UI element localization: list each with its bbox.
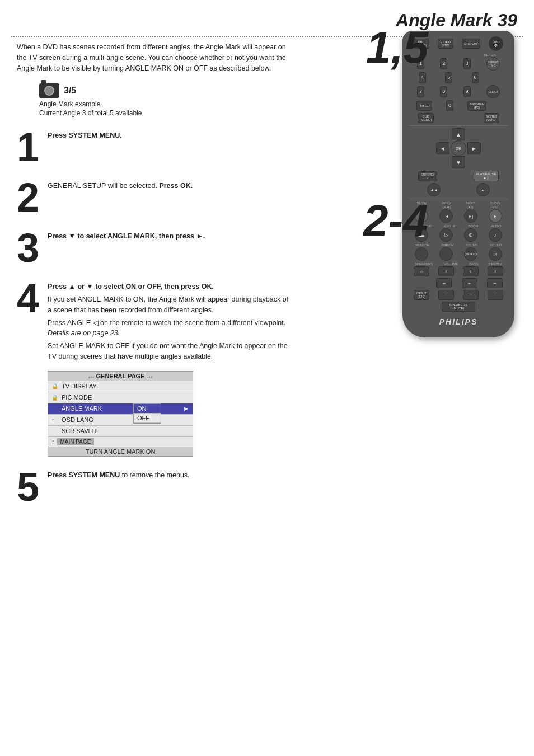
osd-label-osd-lang: OSD LANG bbox=[62, 416, 93, 423]
step-3-content: Press ▼ to select ANGLE MARK, then press… bbox=[48, 228, 291, 242]
bass-label: BASS bbox=[469, 262, 478, 266]
osd-menu-box: --- GENERAL PAGE --- 🔒 TV DISPLAY 🔒 PIC … bbox=[48, 371, 193, 457]
treble-minus-button[interactable]: – bbox=[487, 278, 503, 288]
osd-menu: --- GENERAL PAGE --- 🔒 TV DISPLAY 🔒 PIC … bbox=[48, 367, 193, 457]
treble-plus-button[interactable]: + bbox=[488, 266, 503, 276]
osd-row-angle-mark: ANGLE MARK ► bbox=[48, 403, 193, 415]
input-button[interactable]: INPUT(123) bbox=[414, 290, 429, 300]
step-3-text: Press ▼ to select ANGLE MARK, then press… bbox=[48, 231, 291, 242]
sound-mode-button[interactable]: (MODE) bbox=[464, 247, 477, 261]
stop-rev-button[interactable]: STOP/REV↙ bbox=[418, 171, 437, 181]
audio-button[interactable]: ♪ bbox=[489, 228, 502, 242]
remote-container: 1,5 2-4 PBC(MOVIE) VIDEO(STD) DISPLAY DV… bbox=[394, 31, 523, 337]
slow-fwd-button[interactable]: ► bbox=[489, 209, 502, 223]
osd-row-angle-mark-wrapper: ANGLE MARK ► ON OFF bbox=[48, 403, 193, 415]
bass-minus-button[interactable]: – bbox=[462, 278, 477, 288]
dpad-mid-row: ◄ OK ► bbox=[436, 140, 481, 156]
next-label: NEXT bbox=[466, 201, 475, 205]
remote-body: PBC(MOVIE) VIDEO(STD) DISPLAY DVD⏻ REPEA… bbox=[402, 31, 514, 337]
system-menu-button[interactable]: SYSTEM(MENU) bbox=[484, 113, 500, 123]
nav-right-button[interactable]: ► bbox=[467, 142, 481, 154]
step-2: 2 GENERAL SETUP will be selected. Press … bbox=[17, 177, 291, 218]
steps-container: 1 Press SYSTEM MENU. 2 GENERAL SETUP wil… bbox=[17, 127, 291, 506]
num-0[interactable]: 0 bbox=[446, 100, 453, 111]
next-button[interactable]: ►| bbox=[464, 209, 477, 223]
step-2-content: GENERAL SETUP will be selected. Press OK… bbox=[48, 177, 291, 191]
step-1-content: Press SYSTEM MENU. bbox=[48, 127, 291, 141]
bass-minus-2[interactable]: – bbox=[463, 290, 479, 300]
nav-ok-button[interactable]: OK bbox=[451, 140, 466, 156]
prev-sub: (K◄) bbox=[443, 205, 451, 209]
camera-icon bbox=[39, 83, 59, 98]
num-6[interactable]: 6 bbox=[472, 72, 479, 83]
main-content: When a DVD has scenes recorded from diff… bbox=[17, 42, 291, 517]
treble-minus-2[interactable]: – bbox=[488, 290, 503, 300]
step-1-text: Press SYSTEM MENU. bbox=[48, 132, 122, 139]
osd-title: --- GENERAL PAGE --- bbox=[48, 372, 193, 381]
speakers-mute-row: SPEAKERS(MUTE) bbox=[409, 302, 508, 312]
nav-down-button[interactable]: ▼ bbox=[452, 156, 465, 168]
intro-paragraph: When a DVD has scenes recorded from diff… bbox=[17, 42, 291, 73]
num-7[interactable]: 7 bbox=[417, 86, 424, 97]
rev-fwd-row: ◄◄ •• bbox=[409, 183, 508, 196]
speakers-on-button[interactable]: ⊙ bbox=[414, 266, 429, 276]
osd-submenu-off: OFF bbox=[134, 414, 161, 423]
angle-label: ANGLE bbox=[444, 224, 455, 228]
volume-minus-button[interactable]: – bbox=[436, 278, 452, 288]
angle-button[interactable]: ▷ bbox=[439, 228, 453, 242]
fwd-button[interactable]: •• bbox=[476, 183, 490, 196]
transport-row: STOP/REV↙ PLAY/PAUSE►‖ bbox=[409, 171, 508, 181]
nav-up-button[interactable]: ▲ bbox=[452, 128, 465, 140]
audio-label: AUDIO bbox=[491, 224, 502, 228]
zoom-button[interactable]: ⊙ bbox=[464, 228, 477, 242]
step-number-4: 4 bbox=[17, 278, 48, 318]
play-pause-button[interactable]: PLAY/PAUSE►‖ bbox=[474, 171, 498, 181]
arrow-icon-osd: ↑ bbox=[51, 417, 59, 423]
osd-menu-container: --- GENERAL PAGE --- 🔒 TV DISPLAY 🔒 PIC … bbox=[48, 367, 291, 457]
input-row: INPUT(123) – – – bbox=[409, 290, 508, 300]
repeat-ab-button[interactable]: REPEATA-B bbox=[486, 57, 500, 71]
dvd-power-button[interactable]: DVD⏻ bbox=[489, 36, 503, 51]
program-button[interactable]: PROGRAM(PD) bbox=[467, 101, 486, 111]
osd-label-angle-mark: ANGLE MARK bbox=[62, 405, 102, 412]
step-5-content: Press SYSTEM MENU to remove the menus. bbox=[48, 467, 291, 481]
vol-plus-row: ⊙ + + + bbox=[409, 266, 508, 276]
volume-plus-button[interactable]: + bbox=[438, 266, 454, 276]
osd-row-osd-lang: ↑ OSD LANG bbox=[48, 415, 193, 426]
num-9[interactable]: 9 bbox=[463, 86, 471, 97]
prevw-button[interactable] bbox=[439, 247, 453, 261]
num-8[interactable]: 8 bbox=[440, 86, 447, 97]
prevw-label: PREVW bbox=[441, 243, 453, 247]
step-4-main: Press ▲ or ▼ to select ON or OFF, then p… bbox=[48, 281, 291, 292]
num-5[interactable]: 5 bbox=[445, 72, 452, 83]
num-3[interactable]: 3 bbox=[463, 58, 471, 69]
osd-submenu-on: ON bbox=[134, 404, 161, 414]
display-button[interactable]: DISPLAY bbox=[462, 39, 480, 49]
fraction-display: 3/5 bbox=[64, 86, 76, 96]
title-button[interactable]: TITLE bbox=[416, 101, 432, 111]
rev-button[interactable]: ◄◄ bbox=[427, 183, 441, 196]
step-number-2: 2 bbox=[17, 177, 48, 218]
clear-button[interactable]: CLEAR bbox=[486, 85, 500, 98]
dpad: ▲ ◄ OK ► ▼ bbox=[436, 128, 481, 168]
prev-button[interactable]: |◄ bbox=[439, 209, 453, 223]
osd-row-scr-saver: SCR SAVER bbox=[48, 426, 193, 437]
step-1: 1 Press SYSTEM MENU. bbox=[17, 127, 291, 167]
divider-1 bbox=[409, 125, 508, 126]
step-number-3: 3 bbox=[17, 228, 48, 268]
step-5-text: Press SYSTEM MENU to remove the menus. bbox=[48, 470, 291, 481]
speakers-mute-button[interactable]: SPEAKERS(MUTE) bbox=[442, 302, 475, 312]
dpad-top-row: ▲ bbox=[452, 128, 465, 140]
bass-plus-button[interactable]: + bbox=[463, 266, 479, 276]
sub-system-row: SUB(MENU) SYSTEM(MENU) bbox=[409, 113, 508, 123]
sound-x-button[interactable]: (x) bbox=[489, 247, 502, 261]
nav-left-button[interactable]: ◄ bbox=[436, 142, 449, 154]
sub-button[interactable]: SUB(MENU) bbox=[418, 113, 434, 123]
num-4[interactable]: 4 bbox=[419, 72, 426, 83]
search-button[interactable] bbox=[415, 247, 428, 261]
vol-minus-2[interactable]: – bbox=[438, 290, 454, 300]
video-button[interactable]: VIDEO(STD) bbox=[438, 39, 453, 49]
step-number-5: 5 bbox=[17, 467, 48, 507]
osd-submenu: ON OFF bbox=[133, 403, 161, 424]
num-2[interactable]: 2 bbox=[440, 58, 447, 69]
